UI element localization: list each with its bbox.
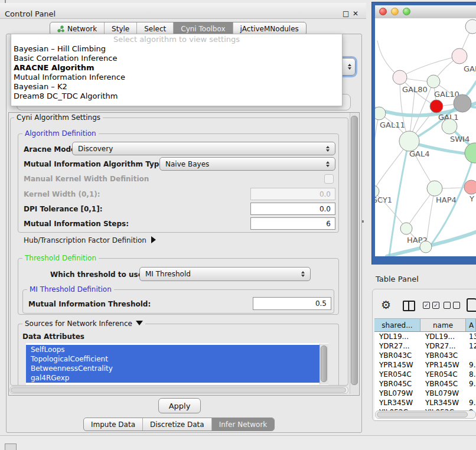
aracne-mode-label: Aracne Mode: [24,145,79,154]
popup-placeholder: Select algorithm to view settings [11,34,342,44]
bottom-strip [0,435,476,450]
split-view-icon[interactable] [403,301,415,311]
gear-icon[interactable]: ⚙ [381,298,391,311]
popup-item-list: Bayesian – Hill ClimbingBasic Correlatio… [11,44,342,101]
network-node[interactable] [375,107,386,120]
network-node[interactable] [399,131,419,151]
minimized-panel-tab[interactable] [5,444,17,450]
table-row[interactable]: YER054CYER054C8. [374,370,476,379]
network-window-titlebar[interactable] [375,5,476,19]
attribute-list-item[interactable]: BetweennessCentrality [26,364,328,373]
table-cell: YER054C [374,370,420,379]
network-edge[interactable] [375,113,379,191]
algorithm-dropdown-popup: Select algorithm to view settings Bayesi… [11,34,343,106]
window-close-icon[interactable] [379,8,387,15]
restore-icon[interactable]: □ [343,9,349,18]
tab-select[interactable]: Select [137,22,174,35]
unchecked-box-icon [444,302,451,309]
checked-box-icon: ✓ [423,302,430,309]
attribute-list-item[interactable]: gal4RGexp [26,373,328,383]
network-node-label: SWI4 [450,135,470,144]
network-edge[interactable] [400,56,459,77]
table-cell: YER054C [420,370,466,379]
close-icon[interactable]: ✕ [353,9,358,18]
attribute-list-item[interactable]: TopologicalCoefficient [26,354,328,364]
column-header-shared-name[interactable]: shared... [374,319,420,332]
mi-steps-field[interactable]: 6 [250,217,335,230]
window-zoom-icon[interactable] [403,8,410,15]
deselect-checkboxes-icon[interactable] [444,302,460,309]
tab-label: jActiveMNodules [240,25,299,33]
mi-algorithm-type-combo[interactable]: Naive Bayes [159,157,335,171]
select-all-checkboxes-icon[interactable]: ✓ ✓ [423,302,439,309]
tab-cyni-toolbox[interactable]: Cyni Toolbox [174,22,233,35]
network-node[interactable] [427,75,440,88]
network-node[interactable] [454,94,471,112]
table-cell: YBR043C [420,351,466,360]
network-node[interactable] [442,119,457,134]
table-row[interactable]: YDR27...YDR27...12 [374,341,476,351]
algorithm-option[interactable]: Basic Correlation Inference [11,54,342,63]
dpi-tolerance-field[interactable]: 0.0 [250,203,335,215]
column-header-name[interactable]: name [420,319,466,332]
settings-hscrollbar-thumb[interactable] [11,387,346,393]
algorithm-option[interactable]: Mutual Information Inference [11,73,342,82]
network-view-canvas[interactable]: GALGAL80GAL10GAL1GAL11SWI4GAL4GCY1HAP4YH… [375,18,476,256]
tab-jactivemnodules[interactable]: jActiveMNodules [233,22,306,35]
table-cell: YBL079W [420,389,466,397]
algorithm-option[interactable]: ARACNE Algorithm [11,63,342,73]
network-node[interactable] [393,70,407,84]
column-header-partial[interactable]: A [466,319,476,332]
document-icon[interactable] [467,298,476,312]
checked-box-icon: ✓ [432,302,439,309]
window-minimize-icon[interactable] [391,8,399,15]
network-node[interactable] [420,241,432,253]
which-threshold-combo[interactable]: MI Threshold [139,267,311,281]
mi-threshold-field[interactable]: 0.5 [253,297,331,310]
network-node[interactable] [465,19,476,34]
network-node-label: GAL10 [434,90,459,99]
data-attributes-list: SelfLoopsTopologicalCoefficientBetweenne… [26,343,328,385]
attributes-list-scrollbar-thumb[interactable] [321,345,327,382]
algorithm-option[interactable]: Bayesian – Hill Climbing [11,44,342,54]
apply-button[interactable]: Apply [158,398,201,413]
which-threshold-value: MI Threshold [145,270,191,278]
screen: Control Panel □ ✕ Network Style Select C… [0,0,476,450]
sources-legend[interactable]: Sources for Network Inference [22,319,145,328]
table-row[interactable]: YBR045CYBR045C9. [374,379,476,389]
network-node[interactable] [465,143,476,163]
table-row[interactable]: YBR043CYBR043C [374,351,476,360]
table-row[interactable]: YLR345WYLR345W9. [374,398,476,407]
which-threshold-label: Which threshold to use: [50,270,146,279]
tab-style[interactable]: Style [105,22,137,35]
network-node[interactable] [430,100,443,113]
kernel-width-field[interactable]: 0.0 [250,188,335,200]
control-panel-titlebar: Control Panel □ ✕ [0,3,366,19]
network-node[interactable] [427,181,442,196]
tab-infer-network[interactable]: Infer Network [212,418,275,431]
attribute-list-item[interactable]: SelfLoops [26,345,328,354]
table-hscrollbar-thumb[interactable] [377,412,468,418]
network-node-label: GAL [464,64,476,73]
network-graph: GALGAL80GAL10GAL1GAL11SWI4GAL4GCY1HAP4YH… [375,18,476,256]
manual-kernel-checkbox[interactable] [324,174,334,184]
network-node[interactable] [452,48,467,64]
tab-discretize-data[interactable]: Discretize Data [143,418,212,431]
network-node-label: HAP4 [436,195,457,204]
chevron-down-icon [136,321,143,325]
table-row[interactable]: YPR145WYPR145W9. [374,360,476,370]
combo-arrows-icon [301,271,305,277]
table-cell: YBL079W [374,389,420,397]
tab-impute-data[interactable]: Impute Data [84,418,143,431]
manual-kernel-label: Manual Kernel Width Definition [24,175,149,183]
tab-network[interactable]: Network [50,22,105,35]
aracne-mode-combo[interactable]: Discovery [72,142,335,155]
table-row[interactable]: YDL19...YDL19...13 [374,332,476,341]
network-node[interactable] [400,223,412,234]
hub-definition-toggle[interactable]: Hub/Transcription Factor Definition [24,236,156,244]
network-node[interactable] [464,180,476,194]
algorithm-option[interactable]: Bayesian – K2 [11,82,342,92]
table-row[interactable]: YBL079WYBL079W [374,389,476,398]
settings-vscrollbar-thumb[interactable] [351,116,358,385]
algorithm-option[interactable]: Dream8 DC_TDC Algorithm [11,92,342,101]
